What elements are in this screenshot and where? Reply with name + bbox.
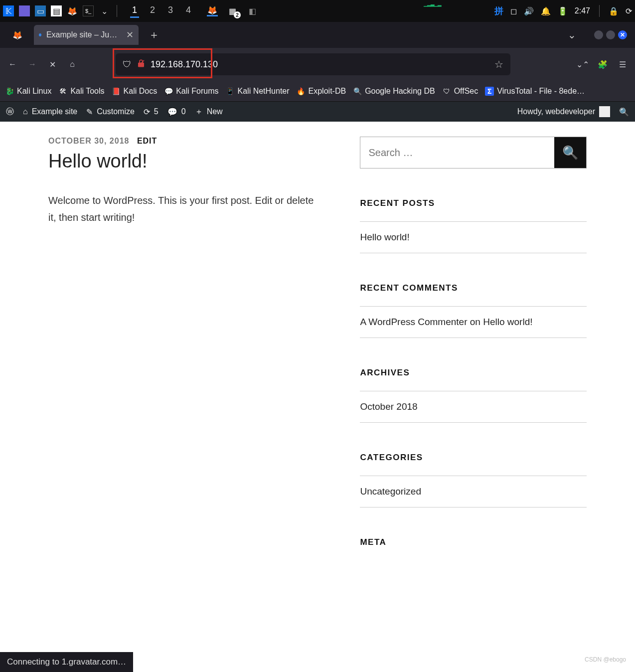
bookmark-virustotal[interactable]: ΣVirusTotal - File - 8ede…	[485, 87, 585, 96]
home-button[interactable]: ⌂	[66, 58, 79, 71]
category-link[interactable]: Uncategorized	[360, 486, 421, 497]
wp-search[interactable]: 🔍	[619, 107, 629, 117]
files-icon[interactable]: ▭	[35, 5, 46, 16]
close-window-button[interactable]: ✕	[618, 30, 627, 39]
list-item[interactable]: October 2018	[360, 391, 587, 423]
bookmark-star-icon[interactable]: ☆	[494, 58, 503, 70]
tab-close-icon[interactable]: ✕	[126, 29, 134, 40]
widget-recent-comments: RECENT COMMENTS A WordPress Commenter on…	[360, 283, 587, 338]
workspace-4[interactable]: 4	[184, 4, 193, 18]
wp-howdy[interactable]: Howdy, webdeveloper	[517, 106, 610, 117]
kali-icon[interactable]: 𝕂	[3, 5, 14, 16]
post-meta: OCTOBER 30, 2018 EDIT	[48, 137, 320, 146]
workspace-1[interactable]: 1	[130, 4, 139, 18]
tools-icon: 🛠	[58, 87, 67, 96]
app-icon-1[interactable]	[19, 5, 30, 16]
chat-icon: 💬	[164, 87, 173, 96]
tabs-dropdown-icon[interactable]: ⌄	[560, 29, 584, 41]
wp-customize[interactable]: ✎Customize	[86, 107, 135, 117]
widget-title: CATEGORIES	[360, 453, 587, 463]
app-icon-extra[interactable]: ◧	[247, 5, 258, 16]
bookmark-label: Kali Tools	[70, 87, 104, 96]
back-button[interactable]: ←	[6, 58, 19, 71]
widget-archives: ARCHIVES October 2018	[360, 368, 587, 423]
dropdown-icon[interactable]: ⌄	[99, 5, 110, 16]
bookmark-label: Kali Forums	[176, 87, 218, 96]
url-bar[interactable]: 🛡 192.168.170.130 ☆	[116, 53, 510, 75]
lock-icon[interactable]: 🔒	[609, 6, 619, 16]
list-item[interactable]: Uncategorized	[360, 476, 587, 507]
text-editor-icon[interactable]: ▤	[51, 5, 62, 16]
wp-howdy-text: Howdy, webdeveloper	[517, 107, 595, 116]
widget-recent-posts: RECENT POSTS Hello world!	[360, 198, 587, 253]
plus-icon: ＋	[195, 107, 203, 117]
bookmark-exploit-db[interactable]: 🔥Exploit-DB	[297, 87, 346, 96]
url-text[interactable]: 192.168.170.130	[151, 59, 489, 70]
insecure-lock-icon[interactable]	[137, 59, 146, 70]
home-icon: ⌂	[23, 107, 28, 116]
wp-admin-bar: ⓦ ⌂Example site ✎Customize ⟳5 💬0 ＋New Ho…	[0, 102, 635, 122]
bookmark-label: Kali NetHunter	[238, 87, 290, 96]
post-body: Welcome to WordPress. This is your first…	[48, 192, 320, 226]
bookmark-kali-tools[interactable]: 🛠Kali Tools	[58, 87, 104, 96]
tray-icon-1[interactable]: ◻	[510, 6, 517, 16]
bookmark-ghdb[interactable]: 🔍Google Hacking DB	[353, 87, 435, 96]
extensions-icon[interactable]: 🧩	[596, 58, 609, 71]
bookmark-label: Kali Linux	[17, 87, 51, 96]
browser-tab[interactable]: Example site – Just anoth ✕	[34, 25, 139, 45]
power-icon[interactable]: ⟳	[626, 6, 632, 16]
post-title[interactable]: Hello world!	[48, 151, 320, 172]
pocket-icon[interactable]: ⌄⌃	[576, 58, 589, 71]
search-icon: 🔍	[562, 145, 578, 160]
comment-icon: 💬	[167, 107, 177, 117]
stop-button[interactable]: ✕	[46, 58, 59, 71]
comment-author-link[interactable]: A WordPress Commenter	[360, 317, 467, 327]
maximize-button[interactable]	[606, 30, 615, 39]
bookmark-kali-nethunter[interactable]: 📱Kali NetHunter	[226, 87, 290, 96]
post-edit-link[interactable]: EDIT	[137, 137, 157, 145]
menu-icon[interactable]: ☰	[616, 58, 629, 71]
firefox-logo-icon[interactable]: 🦊	[10, 27, 25, 42]
ime-icon[interactable]: 拼	[494, 5, 503, 17]
firefox-icon[interactable]: 🦊	[67, 5, 78, 16]
list-item[interactable]: Hello world!	[360, 221, 587, 253]
comment-post-link[interactable]: Hello world!	[483, 317, 532, 327]
wp-comments[interactable]: 💬0	[167, 107, 186, 117]
widget-title: RECENT COMMENTS	[360, 283, 587, 293]
forward-button[interactable]: →	[26, 58, 39, 71]
recent-post-link[interactable]: Hello world!	[360, 232, 409, 242]
search-button[interactable]: 🔍	[554, 137, 586, 168]
search-flame-icon: 🔍	[353, 87, 362, 96]
shield-icon[interactable]: 🛡	[123, 59, 132, 70]
archive-link[interactable]: October 2018	[360, 401, 417, 412]
wp-site-name: Example site	[32, 107, 78, 116]
new-tab-button[interactable]: ＋	[144, 25, 164, 44]
search-form: 🔍	[360, 137, 587, 168]
battery-icon[interactable]: 🔋	[558, 6, 568, 16]
wp-new[interactable]: ＋New	[195, 107, 223, 117]
clock[interactable]: 2:47	[575, 6, 590, 15]
flame-icon: 🔥	[297, 87, 306, 96]
workspace-2[interactable]: 2	[148, 4, 157, 18]
workspace-3[interactable]: 3	[166, 4, 175, 18]
search-icon: 🔍	[619, 107, 629, 117]
bookmark-label: OffSec	[454, 87, 478, 96]
app-badge-icon[interactable]: ▦2	[227, 5, 238, 16]
search-input[interactable]	[360, 137, 554, 168]
post-main: OCTOBER 30, 2018 EDIT Hello world! Welco…	[48, 137, 320, 577]
wp-logo[interactable]: ⓦ	[6, 107, 14, 117]
avatar	[599, 106, 610, 117]
minimize-button[interactable]	[594, 30, 603, 39]
workspace-switcher[interactable]: 1 2 3 4	[130, 4, 193, 18]
wp-updates[interactable]: ⟳5	[144, 107, 159, 117]
bookmark-kali-docs[interactable]: 📕Kali Docs	[112, 87, 158, 96]
post-date[interactable]: OCTOBER 30, 2018	[48, 137, 129, 145]
notification-icon[interactable]: 🔔	[541, 6, 551, 16]
volume-icon[interactable]: 🔊	[524, 6, 534, 16]
bookmark-offsec[interactable]: 🛡OffSec	[442, 87, 478, 96]
wp-site-link[interactable]: ⌂Example site	[23, 107, 77, 116]
terminal-icon[interactable]: $_	[83, 5, 94, 16]
bookmark-kali-forums[interactable]: 💬Kali Forums	[164, 87, 218, 96]
firefox-running-icon[interactable]: 🦊	[207, 5, 218, 16]
bookmark-kali-linux[interactable]: 🐉Kali Linux	[5, 87, 51, 96]
